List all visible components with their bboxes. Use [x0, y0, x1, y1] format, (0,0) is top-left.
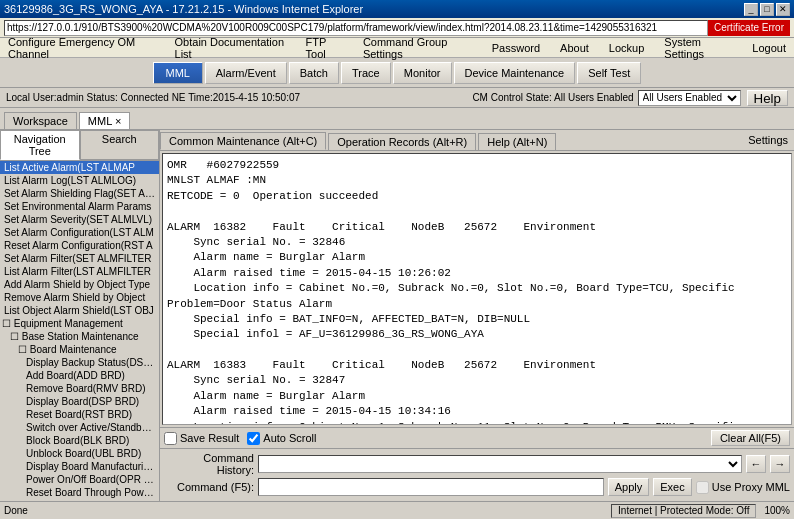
- main-panel: Common Maintenance (Alt+C) Operation Rec…: [160, 130, 794, 501]
- nav-tab-search[interactable]: Search: [80, 130, 160, 160]
- address-input[interactable]: [4, 20, 708, 36]
- nav-group-board-maint[interactable]: ☐ Board Maintenance: [0, 343, 159, 356]
- nav-item-add-alarm-shield[interactable]: Add Alarm Shield by Object Type: [0, 278, 159, 291]
- save-result-checkbox-label[interactable]: Save Result: [164, 432, 239, 445]
- cmd-history-row: Command History: ← →: [164, 452, 790, 476]
- auto-scroll-label: Auto Scroll: [263, 432, 316, 444]
- toolbar-btn-alarm-event[interactable]: Alarm/Event: [205, 62, 287, 84]
- menu-item-ftp-tool[interactable]: FTP Tool: [302, 35, 347, 61]
- nav-item-reset-alarm-config[interactable]: Reset Alarm Configuration(RST A: [0, 239, 159, 252]
- cmd-next-button[interactable]: →: [770, 455, 790, 473]
- help-button[interactable]: Help: [747, 90, 788, 106]
- cm-label: CM Control State: All Users Enabled: [472, 92, 633, 103]
- tab-operation-records[interactable]: Operation Records (Alt+R): [328, 133, 476, 150]
- menu-item-password[interactable]: Password: [488, 41, 544, 55]
- nav-item-remove-alarm-shield[interactable]: Remove Alarm Shield by Object: [0, 291, 159, 304]
- workspace-tab-1[interactable]: MML ×: [79, 112, 131, 129]
- maximize-button[interactable]: □: [760, 3, 774, 16]
- cmd-history-label: Command History:: [164, 452, 254, 476]
- nav-item-power-onoff[interactable]: Power On/Off Board(OPR BRD): [0, 473, 159, 486]
- status-right: Internet | Protected Mode: Off 100%: [611, 504, 790, 518]
- menu-item-configure-emergency-om-channel[interactable]: Configure Emergency OM Channel: [4, 35, 159, 61]
- zoom-info: 100%: [764, 505, 790, 516]
- exec-button[interactable]: Exec: [653, 478, 691, 496]
- nav-item-list-object-alarm[interactable]: List Object Alarm Shield(LST OBJ: [0, 304, 159, 317]
- workspace-tabs: WorkspaceMML ×: [0, 108, 794, 130]
- nav-item-display-board[interactable]: Display Board(DSP BRD): [0, 395, 159, 408]
- toolbar-btn-monitor[interactable]: Monitor: [393, 62, 452, 84]
- menu-item-logout[interactable]: Logout: [748, 41, 790, 55]
- output-area[interactable]: OMR #6027922559 MNLST ALMAF :MN RETCODE …: [162, 153, 792, 425]
- main-tabs: Common Maintenance (Alt+C) Operation Rec…: [160, 130, 794, 151]
- nav-item-list-active-alarm[interactable]: List Active Alarm(LST ALMAP: [0, 161, 159, 174]
- cmd-input-row: Command (F5): Apply Exec Use Proxy MML: [164, 478, 790, 496]
- nav-item-set-alarm-severity[interactable]: Set Alarm Severity(SET ALMLVL): [0, 213, 159, 226]
- nav-item-display-board-temp[interactable]: Display Board Temperature(DSP: [0, 499, 159, 501]
- toolbar-btn-batch[interactable]: Batch: [289, 62, 339, 84]
- nav-group-equipment-mgmt[interactable]: ☐ Equipment Management: [0, 317, 159, 330]
- nav-item-switch-active-standby[interactable]: Switch over Active/Standby B: [0, 421, 159, 434]
- toolbar-btn-device-maintenance[interactable]: Device Maintenance: [454, 62, 576, 84]
- nav-item-block-board[interactable]: Block Board(BLK BRD): [0, 434, 159, 447]
- menu-item-lockup[interactable]: Lockup: [605, 41, 648, 55]
- nav-tabs: Navigation Tree Search: [0, 130, 159, 161]
- window-title: 36129986_3G_RS_WONG_AYA - 17.21.2.15 - W…: [4, 3, 744, 15]
- output-controls: Save Result Auto Scroll Clear All(F5): [160, 427, 794, 448]
- nav-item-reset-board-power[interactable]: Reset Board Through Power-c: [0, 486, 159, 499]
- nav-item-set-alarm-filter[interactable]: Set Alarm Filter(SET ALMFILTER: [0, 252, 159, 265]
- nav-item-list-alarm-filter[interactable]: List Alarm Filter(LST ALMFILTER: [0, 265, 159, 278]
- cmd-input[interactable]: [258, 478, 604, 496]
- zoom-level: 100%: [764, 505, 790, 516]
- menu-item-command-group-settings[interactable]: Command Group Settings: [359, 35, 476, 61]
- zone-info: Internet | Protected Mode: Off: [611, 504, 756, 518]
- cmd-history-select[interactable]: [258, 455, 742, 473]
- use-proxy-checkbox: [696, 481, 709, 494]
- proxy-label[interactable]: Use Proxy MML: [696, 481, 790, 494]
- menu-item-obtain-documentation-list[interactable]: Obtain Documentation List: [171, 35, 290, 61]
- settings-button[interactable]: Settings: [742, 132, 794, 148]
- workspace-tab-0[interactable]: Workspace: [4, 112, 77, 129]
- status-area: Local User:admin Status: Connected NE Ti…: [0, 88, 794, 108]
- auto-scroll-checkbox-label[interactable]: Auto Scroll: [247, 432, 316, 445]
- menu-item-about[interactable]: About: [556, 41, 593, 55]
- cert-error-button[interactable]: Certificate Error: [708, 20, 790, 36]
- save-result-label: Save Result: [180, 432, 239, 444]
- nav-item-remove-board[interactable]: Remove Board(RMV BRD): [0, 382, 159, 395]
- toolbar-btn-trace[interactable]: Trace: [341, 62, 391, 84]
- done-status: Done: [4, 505, 611, 516]
- cmd-prev-button[interactable]: ←: [746, 455, 766, 473]
- menu-item-system-settings[interactable]: System Settings: [660, 35, 736, 61]
- main-toolbar: MMLAlarm/EventBatchTraceMonitorDevice Ma…: [0, 58, 794, 88]
- nav-item-set-alarm-shielding[interactable]: Set Alarm Shielding Flag(SET ALM: [0, 187, 159, 200]
- cm-control: CM Control State: All Users Enabled All …: [472, 90, 740, 106]
- toolbar-btn-self-test[interactable]: Self Test: [577, 62, 641, 84]
- nav-item-reset-board[interactable]: Reset Board(RST BRD): [0, 408, 159, 421]
- content-area: Navigation Tree Search List Active Alarm…: [0, 130, 794, 501]
- cm-state-select[interactable]: All Users EnabledCurrent User OnlyDisabl…: [638, 90, 741, 106]
- nav-panel: Navigation Tree Search List Active Alarm…: [0, 130, 160, 501]
- use-proxy-text: Use Proxy MML: [712, 481, 790, 493]
- nav-tab-tree[interactable]: Navigation Tree: [0, 130, 80, 160]
- nav-item-set-alarm-config[interactable]: Set Alarm Configuration(LST ALM: [0, 226, 159, 239]
- toolbar-btn-mml[interactable]: MML: [153, 62, 203, 84]
- nav-item-add-board[interactable]: Add Board(ADD BRD): [0, 369, 159, 382]
- nav-item-list-alarm-log[interactable]: List Alarm Log(LST ALMLOG): [0, 174, 159, 187]
- title-bar: 36129986_3G_RS_WONG_AYA - 17.21.2.15 - W…: [0, 0, 794, 18]
- nav-tree: List Active Alarm(LST ALMAP List Alarm L…: [0, 161, 159, 501]
- tab-common-maintenance[interactable]: Common Maintenance (Alt+C): [160, 132, 326, 150]
- minimize-button[interactable]: _: [744, 3, 758, 16]
- bottom-status-bar: Done Internet | Protected Mode: Off 100%: [0, 501, 794, 519]
- apply-button[interactable]: Apply: [608, 478, 650, 496]
- nav-item-set-env-alarm[interactable]: Set Environmental Alarm Params: [0, 200, 159, 213]
- save-result-checkbox[interactable]: [164, 432, 177, 445]
- connection-status: Local User:admin Status: Connected NE Ti…: [6, 92, 466, 103]
- nav-group-base-station[interactable]: ☐ Base Station Maintenance: [0, 330, 159, 343]
- auto-scroll-checkbox[interactable]: [247, 432, 260, 445]
- close-button[interactable]: ✕: [776, 3, 790, 16]
- nav-item-unblock-board[interactable]: Unblock Board(UBL BRD): [0, 447, 159, 460]
- nav-item-display-board-mfg[interactable]: Display Board Manufacturing In: [0, 460, 159, 473]
- clear-all-button[interactable]: Clear All(F5): [711, 430, 790, 446]
- tab-help[interactable]: Help (Alt+N): [478, 133, 556, 150]
- nav-item-display-backup-status[interactable]: Display Backup Status(DSP BK): [0, 356, 159, 369]
- command-area: Command History: ← → Command (F5): Apply…: [160, 448, 794, 501]
